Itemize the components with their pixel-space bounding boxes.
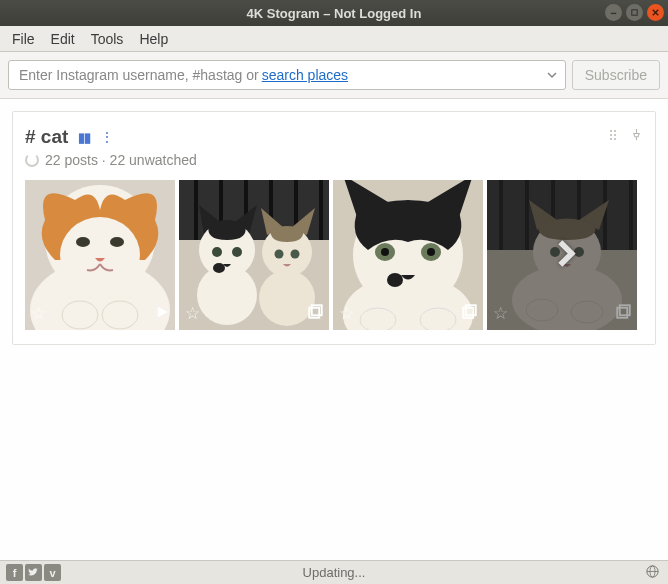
thumbnail-item[interactable]: ☆ [333, 180, 483, 330]
svg-point-46 [420, 308, 456, 330]
menubar: File Edit Tools Help [0, 26, 668, 52]
pause-icon[interactable]: ▮▮ [78, 130, 90, 145]
cat-image [179, 180, 329, 330]
search-places-link[interactable]: search places [262, 67, 348, 83]
star-icon[interactable]: ☆ [31, 303, 46, 324]
svg-point-15 [110, 237, 124, 247]
svg-point-31 [259, 270, 315, 326]
menu-file[interactable]: File [4, 28, 43, 50]
content-area: # cat ▮▮ ⋮ 22 posts · 22 unwatched [0, 99, 668, 560]
svg-point-4 [610, 130, 612, 132]
svg-rect-63 [620, 305, 630, 315]
globe-icon[interactable] [645, 564, 660, 582]
svg-rect-20 [194, 180, 198, 240]
loading-spinner-icon [25, 153, 39, 167]
svg-point-16 [62, 301, 98, 329]
window-titlebar: 4K Stogram – Not Logged In [0, 0, 668, 26]
svg-point-42 [381, 248, 389, 256]
close-button[interactable] [647, 4, 664, 21]
svg-rect-1 [632, 10, 637, 15]
svg-point-33 [275, 250, 284, 259]
social-links: f v [6, 564, 61, 581]
posts-count-text: 22 posts · 22 unwatched [45, 152, 197, 168]
svg-point-34 [291, 250, 300, 259]
subscription-title: # cat [25, 126, 68, 148]
svg-point-62 [571, 301, 603, 323]
svg-point-29 [232, 247, 242, 257]
svg-point-13 [60, 217, 140, 293]
svg-point-14 [76, 237, 90, 247]
multi-image-icon [308, 304, 323, 322]
svg-point-43 [427, 248, 435, 256]
status-text: Updating... [303, 565, 366, 580]
svg-rect-56 [629, 180, 633, 250]
menu-tools[interactable]: Tools [83, 28, 132, 50]
menu-help[interactable]: Help [131, 28, 176, 50]
svg-point-7 [614, 134, 616, 136]
next-arrow-button[interactable] [549, 237, 583, 274]
menu-edit[interactable]: Edit [43, 28, 83, 50]
multi-image-icon [462, 304, 477, 322]
search-row: Enter Instagram username, #hastag or sea… [0, 52, 668, 99]
subscription-card: # cat ▮▮ ⋮ 22 posts · 22 unwatched [12, 111, 656, 345]
maximize-button[interactable] [626, 4, 643, 21]
facebook-icon[interactable]: f [6, 564, 23, 581]
svg-rect-47 [466, 305, 476, 315]
svg-point-30 [213, 263, 225, 273]
svg-rect-64 [617, 308, 627, 318]
svg-rect-48 [463, 308, 473, 318]
thumbnail-item[interactable]: ☆ [25, 180, 175, 330]
svg-rect-52 [525, 180, 529, 250]
svg-point-61 [526, 299, 558, 321]
window-title: 4K Stogram – Not Logged In [0, 6, 668, 21]
play-icon [155, 305, 169, 322]
star-icon[interactable]: ☆ [493, 303, 508, 324]
thumbnail-row: ☆ [25, 180, 643, 330]
chevron-down-icon[interactable] [547, 67, 557, 83]
svg-rect-55 [603, 180, 607, 250]
thumbnail-item[interactable]: ☆ [179, 180, 329, 330]
svg-point-8 [610, 138, 612, 140]
svg-point-28 [212, 247, 222, 257]
multi-image-icon [616, 304, 631, 322]
card-header: # cat ▮▮ ⋮ [25, 126, 643, 148]
statusbar: f v Updating... [0, 560, 668, 584]
twitter-icon[interactable] [25, 564, 42, 581]
minimize-button[interactable] [605, 4, 622, 21]
cat-image [25, 180, 175, 330]
svg-point-57 [512, 265, 622, 330]
vimeo-icon[interactable]: v [44, 564, 61, 581]
search-placeholder-text: Enter Instagram username, #hastag or [19, 67, 259, 83]
svg-point-5 [614, 130, 616, 132]
star-icon[interactable]: ☆ [185, 303, 200, 324]
svg-rect-35 [312, 305, 322, 315]
subscription-subtext: 22 posts · 22 unwatched [25, 152, 643, 168]
svg-rect-51 [499, 180, 503, 250]
svg-point-44 [387, 273, 403, 287]
star-icon[interactable]: ☆ [339, 303, 354, 324]
subscribe-button[interactable]: Subscribe [572, 60, 660, 90]
kebab-menu-icon[interactable]: ⋮ [100, 129, 114, 145]
svg-rect-36 [309, 308, 319, 318]
svg-rect-25 [319, 180, 323, 240]
svg-point-6 [610, 134, 612, 136]
svg-point-17 [102, 301, 138, 329]
drag-handle-icon[interactable] [608, 128, 620, 144]
window-controls [605, 4, 664, 21]
search-input[interactable]: Enter Instagram username, #hastag or sea… [8, 60, 566, 90]
pin-icon[interactable] [630, 128, 643, 144]
svg-point-9 [614, 138, 616, 140]
svg-point-45 [360, 308, 396, 330]
cat-image [333, 180, 483, 330]
